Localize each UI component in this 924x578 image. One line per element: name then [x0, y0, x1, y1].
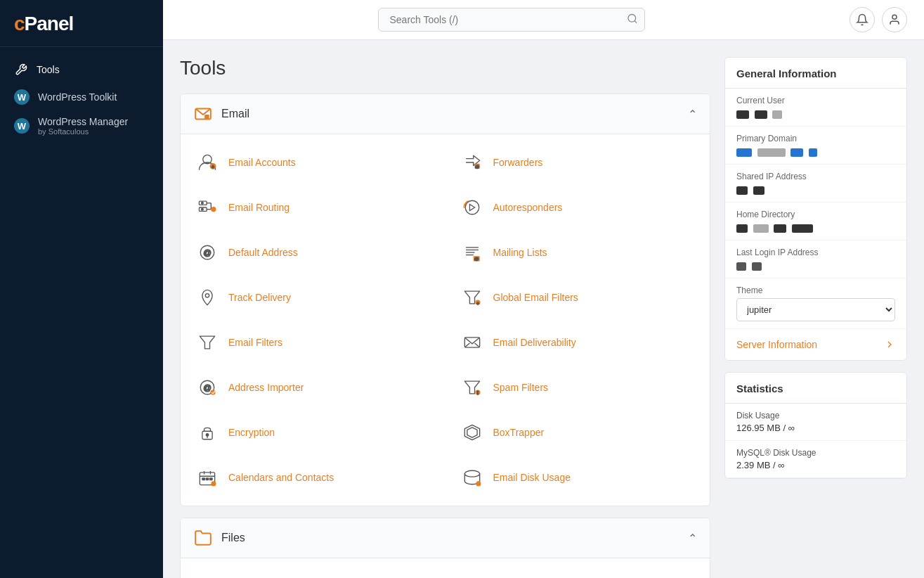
email-tools-grid: + Email Accounts @ [181, 134, 710, 506]
shared-ip-row: Shared IP Address [725, 165, 906, 203]
default-address-label: Default Address [228, 247, 298, 258]
search-input[interactable] [378, 8, 645, 32]
svg-rect-50 [202, 478, 205, 480]
tool-email-routing[interactable]: Email Routing [181, 185, 445, 230]
svg-point-55 [476, 481, 481, 486]
tool-encryption[interactable]: Encryption [181, 410, 445, 455]
global-email-filters-label: Global Email Filters [493, 292, 578, 303]
disk-usage-label: Disk Usage [736, 411, 895, 420]
home-directory-label: Home Directory [736, 210, 895, 219]
redact-15 [752, 262, 762, 271]
svg-point-42 [206, 434, 209, 437]
default-address-icon: @ [195, 240, 220, 265]
calendars-contacts-icon [195, 465, 220, 490]
files-chevron-icon: ⌃ [688, 532, 697, 545]
general-info-title: General Information [725, 58, 906, 89]
images-icon [460, 574, 485, 578]
sidebar-wordpress-manager-label: WordPress Manager [38, 116, 128, 127]
email-svg [194, 105, 212, 123]
search-icon [627, 13, 638, 25]
current-user-row: Current User [725, 89, 906, 127]
svg-line-33 [464, 343, 469, 347]
mysql-disk-usage-label: MySQL® Disk Usage [736, 448, 895, 458]
tools-panel: Tools Email ⌃ [180, 57, 710, 578]
main-area: Tools Email ⌃ [163, 0, 924, 578]
last-login-ip-value [736, 260, 895, 271]
svg-point-27 [205, 294, 209, 297]
tool-spam-filters[interactable]: ! Spam Filters [445, 365, 710, 410]
tool-calendars-contacts[interactable]: Calendars and Contacts [181, 455, 445, 500]
svg-point-0 [628, 15, 636, 23]
tool-default-address[interactable]: @ Default Address [181, 230, 445, 275]
theme-select[interactable]: jupiter paper_lantern [736, 298, 895, 321]
sidebar-nav: Tools W WordPress Toolkit W WordPress Ma… [0, 47, 163, 150]
email-section-header[interactable]: Email ⌃ [181, 94, 710, 134]
svg-point-54 [464, 470, 479, 477]
tool-forwarders[interactable]: @ Forwarders [445, 140, 710, 185]
svg-point-12 [202, 202, 204, 204]
email-section-title: Email [221, 108, 249, 120]
svg-rect-52 [210, 478, 213, 480]
sidebar-wordpress-toolkit-label: WordPress Toolkit [38, 91, 117, 103]
tool-track-delivery[interactable]: Track Delivery [181, 275, 445, 320]
tool-file-manager[interactable]: File Manager [181, 564, 445, 578]
email-disk-usage-icon [460, 465, 485, 490]
cpanel-logo-text: cPanel [14, 13, 149, 35]
redact-13 [792, 224, 813, 233]
redact-8 [736, 186, 748, 195]
tool-address-importer[interactable]: @ Address Importer [181, 365, 445, 410]
svg-rect-51 [206, 478, 209, 480]
email-deliverability-label: Email Deliverability [493, 337, 576, 348]
theme-label: Theme [736, 285, 895, 295]
general-info-card: General Information Current User Primary… [724, 57, 907, 361]
email-deliverability-icon [460, 330, 485, 355]
statistics-title: Statistics [725, 373, 906, 404]
primary-domain-label: Primary Domain [736, 134, 895, 143]
files-section-header[interactable]: Files ⌃ [181, 518, 710, 558]
forwarders-icon: @ [460, 150, 485, 175]
tool-global-email-filters[interactable]: + Global Email Filters [445, 275, 710, 320]
server-info-row[interactable]: Server Information [725, 329, 906, 360]
email-filters-icon [195, 330, 220, 355]
tool-email-deliverability[interactable]: Email Deliverability [445, 320, 710, 365]
global-email-filters-icon: + [460, 285, 485, 310]
redact-14 [736, 262, 746, 271]
mailing-lists-label: Mailing Lists [493, 247, 547, 258]
autoresponders-label: Autoresponders [493, 202, 563, 213]
redact-11 [753, 224, 769, 233]
svg-point-53 [211, 481, 216, 486]
tool-email-disk-usage[interactable]: Email Disk Usage [445, 455, 710, 500]
tool-images[interactable]: Images [445, 564, 710, 578]
svg-line-1 [635, 21, 637, 23]
tool-email-accounts[interactable]: + Email Accounts [181, 140, 445, 185]
sidebar-item-tools[interactable]: Tools [0, 56, 163, 84]
redact-7 [809, 148, 817, 157]
tool-boxtrapper[interactable]: BoxTrapper [445, 410, 710, 455]
file-manager-icon [195, 574, 220, 578]
tool-autoresponders[interactable]: Autoresponders [445, 185, 710, 230]
home-directory-value [736, 222, 895, 233]
sidebar-item-wordpress-toolkit[interactable]: W WordPress Toolkit [0, 84, 163, 110]
last-login-ip-row: Last Login IP Address [725, 240, 906, 278]
primary-domain-value [736, 146, 895, 157]
mysql-disk-usage-value: 2.39 MB / ∞ [736, 460, 895, 470]
svg-marker-31 [200, 336, 214, 349]
files-section-card: Files ⌃ File Manager [180, 518, 710, 578]
files-section-icon [193, 528, 213, 548]
svg-point-2 [892, 15, 897, 19]
notifications-button[interactable] [850, 7, 875, 32]
wordpress-manager-icon: W [14, 118, 30, 134]
user-button[interactable] [882, 7, 907, 32]
search-button[interactable] [627, 13, 638, 27]
bell-icon [856, 13, 868, 26]
mailing-lists-icon: @ [460, 240, 485, 265]
current-user-label: Current User [736, 96, 895, 105]
tool-email-filters[interactable]: Email Filters [181, 320, 445, 365]
sidebar-item-wordpress-manager[interactable]: W WordPress Manager by Softaculous [0, 110, 163, 141]
tool-mailing-lists[interactable]: @ Mailing Lists [445, 230, 710, 275]
sidebar-wordpress-manager-sub: by Softaculous [38, 127, 128, 136]
svg-line-34 [474, 343, 479, 347]
svg-text:!: ! [476, 390, 478, 396]
sidebar-item-tools-label: Tools [37, 64, 60, 75]
svg-marker-45 [467, 428, 476, 437]
